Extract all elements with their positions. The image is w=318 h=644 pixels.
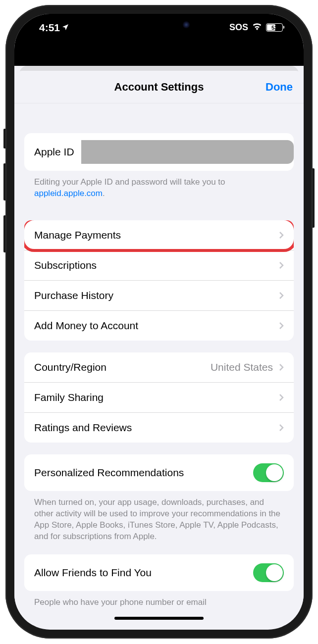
- manage-payments-row[interactable]: Manage Payments: [24, 220, 294, 250]
- recommendations-group: Personalized Recommendations: [24, 454, 294, 491]
- dynamic-island: [119, 14, 199, 36]
- chevron-right-icon: [279, 292, 284, 299]
- allow-friends-row: Allow Friends to Find You: [24, 554, 294, 591]
- add-money-row[interactable]: Add Money to Account: [24, 310, 294, 341]
- chevron-right-icon: [279, 394, 284, 401]
- family-sharing-row[interactable]: Family Sharing: [24, 382, 294, 412]
- page-title: Account Settings: [114, 81, 204, 94]
- location-icon: [61, 22, 69, 34]
- done-button[interactable]: Done: [265, 81, 293, 94]
- chevron-right-icon: [279, 424, 284, 432]
- chevron-right-icon: [279, 363, 284, 371]
- status-time: 4:51: [39, 22, 60, 34]
- apple-id-row[interactable]: Apple ID: [24, 133, 294, 171]
- apple-id-link[interactable]: appleid.apple.com: [34, 189, 103, 198]
- sos-indicator: SOS: [229, 22, 248, 33]
- country-region-row[interactable]: Country/Region United States: [24, 352, 294, 382]
- wifi-icon: [252, 22, 262, 33]
- account-group: Country/Region United States Family Shar…: [24, 352, 294, 443]
- friends-group: Allow Friends to Find You: [24, 554, 294, 591]
- battery-indicator: 53: [266, 23, 283, 32]
- allow-friends-toggle[interactable]: [253, 563, 284, 582]
- friends-footer: People who have your phone number or ema…: [24, 591, 294, 608]
- home-indicator[interactable]: [114, 617, 204, 620]
- country-region-value: United States: [211, 361, 273, 373]
- camera-icon: [183, 21, 190, 28]
- chevron-right-icon: [279, 231, 284, 239]
- recommendations-footer: When turned on, your app usage, download…: [24, 491, 294, 543]
- subscriptions-row[interactable]: Subscriptions: [24, 250, 294, 280]
- apple-id-footer: Editing your Apple ID and password will …: [24, 171, 294, 199]
- payments-group: Manage Payments Subscriptions Purchase H…: [24, 220, 294, 341]
- chevron-right-icon: [279, 261, 284, 269]
- purchase-history-row[interactable]: Purchase History: [24, 280, 294, 310]
- chevron-right-icon: [279, 322, 284, 330]
- battery-level: 53: [271, 25, 277, 31]
- apple-id-redacted: [81, 140, 294, 164]
- ratings-reviews-row[interactable]: Ratings and Reviews: [24, 412, 294, 443]
- modal-header: Account Settings Done: [14, 71, 304, 103]
- personalized-recommendations-toggle[interactable]: [253, 463, 284, 482]
- personalized-recommendations-row: Personalized Recommendations: [24, 454, 294, 491]
- phone-frame: 4:51 SOS 53 Account Settings: [5, 5, 313, 639]
- apple-id-group: Apple ID: [24, 133, 294, 171]
- modal-sheet: Account Settings Done Apple ID Editing y…: [14, 71, 304, 625]
- apple-id-label: Apple ID: [34, 146, 74, 158]
